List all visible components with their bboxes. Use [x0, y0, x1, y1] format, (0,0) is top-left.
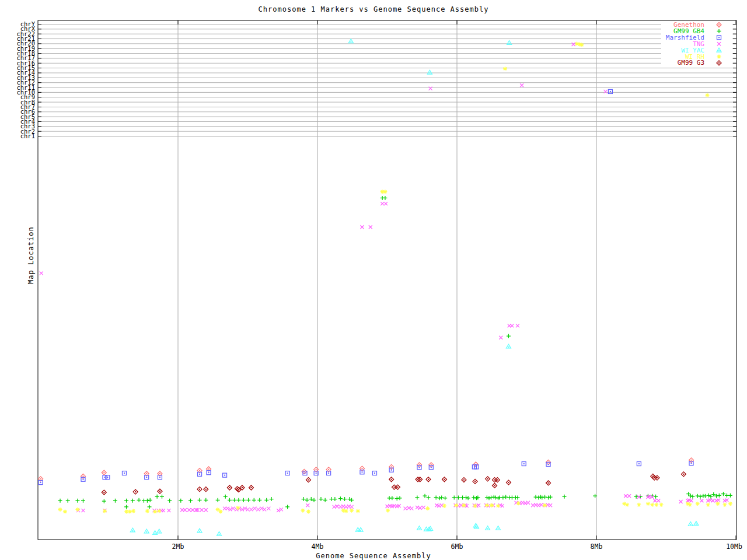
legend-label-gm99-g3: GM99 G3: [678, 59, 704, 66]
chart-title: Chromosome 1 Markers vs Genome Sequence …: [0, 5, 747, 13]
series-wi-yac: [130, 39, 699, 536]
series-tng: [40, 43, 729, 512]
series-wi-rh: [58, 42, 732, 514]
x-tick-label: 8Mb: [591, 542, 603, 551]
row-label-chr1: chr1: [20, 132, 35, 139]
series-gm99-gb4: [58, 196, 732, 509]
x-axis-label: Genome Sequence Assembly: [0, 552, 747, 560]
legend-symbol-asterisk-icon: [717, 55, 721, 59]
scatter-plot-canvas: chrYchrXchr22chr21chr20chr19chr18chr17ch…: [0, 0, 747, 560]
legend: GenethonGM99 GB4MarshfieldTNGWI YACWI RH…: [661, 21, 732, 67]
gridlines: [38, 20, 736, 540]
series-gm99-g3: [102, 472, 686, 495]
y-axis-label: Map Location: [27, 226, 35, 284]
chart-page: Chromosome 1 Markers vs Genome Sequence …: [0, 0, 747, 560]
series-marshfield: [39, 89, 693, 484]
x-tick-label: 4Mb: [312, 542, 324, 551]
plot-border: [38, 20, 736, 540]
chromosome-row-labels: chrYchrXchr22chr21chr20chr19chr18chr17ch…: [16, 20, 35, 139]
series-genethon: [39, 458, 694, 481]
x-tick-label: 6Mb: [451, 542, 463, 551]
x-tick-label: 10Mb: [726, 542, 742, 551]
x-tick-label: 2Mb: [172, 542, 184, 551]
